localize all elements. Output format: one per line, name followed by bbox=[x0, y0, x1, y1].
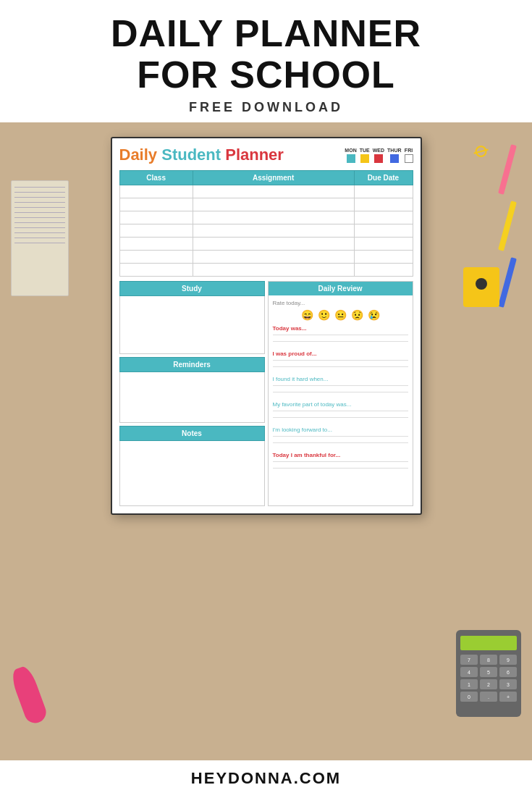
col-header-due: Due Date bbox=[354, 171, 413, 185]
emoji-neutral: 😐 bbox=[334, 309, 347, 321]
calculator-decoration: 7 8 9 4 5 6 1 2 3 0 . + bbox=[456, 630, 521, 717]
scissors-decoration bbox=[18, 666, 40, 724]
table-row bbox=[119, 224, 413, 238]
notes-section: Notes bbox=[119, 426, 265, 506]
day-label-tue: TUE bbox=[360, 148, 370, 153]
notes-header: Notes bbox=[119, 426, 265, 441]
reminders-header: Reminders bbox=[119, 357, 265, 372]
day-tue: TUE bbox=[360, 148, 370, 163]
daily-review-body: Rate today... 😄 🙂 😐 😟 😢 Today was... bbox=[269, 295, 413, 505]
notebook-decoration bbox=[11, 180, 69, 296]
planner-document: Daily Student Planner MON TUE WED THUR bbox=[111, 137, 422, 515]
footer: HEYDONNA.COM bbox=[0, 760, 532, 798]
pencil-blue bbox=[498, 258, 517, 308]
day-mon: MON bbox=[345, 148, 356, 163]
day-thur: THUR bbox=[387, 148, 401, 163]
sharpener-decoration bbox=[463, 267, 499, 307]
paperclip-decoration: ⌀ bbox=[470, 135, 494, 164]
day-box-mon[interactable] bbox=[347, 154, 355, 163]
footer-text: HEYDONNA.COM bbox=[0, 769, 532, 788]
calc-btn-5: 5 bbox=[480, 667, 497, 677]
reminders-section: Reminders bbox=[119, 357, 265, 423]
calc-btn-2: 2 bbox=[480, 679, 497, 689]
table-row bbox=[119, 211, 413, 224]
study-header: Study bbox=[119, 281, 265, 296]
day-wed: WED bbox=[373, 148, 384, 163]
calc-screen bbox=[460, 636, 517, 650]
study-section: Study bbox=[119, 281, 265, 354]
day-box-fri[interactable] bbox=[405, 154, 413, 163]
pencils-decoration bbox=[504, 144, 510, 308]
calc-btn-7: 7 bbox=[460, 655, 478, 665]
sub-title: FREE DOWNLOAD bbox=[14, 100, 518, 115]
emoji-sad: 😟 bbox=[351, 309, 363, 321]
col-header-class: Class bbox=[119, 171, 193, 185]
col-header-assignment: Assignment bbox=[193, 171, 354, 185]
left-column: Study Reminders Notes bbox=[119, 281, 265, 506]
days-section: MON TUE WED THUR FRI bbox=[345, 148, 413, 163]
emoji-happy: 😄 bbox=[301, 309, 313, 321]
prompt-today-was: Today was... bbox=[273, 325, 408, 342]
daily-review-header: Daily Review bbox=[269, 282, 413, 295]
desk-area: ⌀ 7 8 9 4 5 6 1 2 3 0 . + Daily Student … bbox=[0, 122, 532, 760]
assignment-table: Class Assignment Due Date bbox=[119, 170, 413, 277]
day-label-fri: FRI bbox=[405, 148, 413, 153]
day-fri: FRI bbox=[405, 148, 413, 163]
table-row bbox=[119, 264, 413, 277]
table-row bbox=[119, 238, 413, 251]
table-row bbox=[119, 251, 413, 264]
bottom-section: Study Reminders Notes Daily Review bbox=[119, 281, 413, 506]
day-box-wed[interactable] bbox=[374, 154, 383, 163]
prompt-thankful: Today I am thankful for... bbox=[273, 452, 408, 469]
daily-review-section: Daily Review Rate today... 😄 🙂 😐 😟 😢 Tod… bbox=[268, 281, 413, 506]
main-title: DAILY PLANNER FOR SCHOOL bbox=[14, 13, 518, 96]
calc-btn-8: 8 bbox=[480, 655, 497, 665]
emoji-cry: 😢 bbox=[368, 309, 380, 321]
rate-label: Rate today... bbox=[273, 300, 408, 306]
pencil-yellow bbox=[498, 201, 517, 252]
calc-btn-9: 9 bbox=[499, 655, 517, 665]
calc-btn-3: 3 bbox=[499, 679, 517, 689]
table-row bbox=[119, 198, 413, 211]
calc-btn-dot: . bbox=[480, 692, 497, 702]
reminders-body[interactable] bbox=[119, 372, 265, 423]
calc-btn-4: 4 bbox=[460, 667, 478, 677]
day-box-thur[interactable] bbox=[390, 154, 399, 163]
emoji-row: 😄 🙂 😐 😟 😢 bbox=[273, 309, 408, 321]
calc-buttons: 7 8 9 4 5 6 1 2 3 0 . + bbox=[456, 655, 521, 702]
pencil-pink bbox=[498, 145, 517, 196]
emoji-smile: 🙂 bbox=[318, 309, 330, 321]
planner-header: Daily Student Planner MON TUE WED THUR bbox=[119, 146, 413, 164]
prompt-forward: I'm looking forward to... bbox=[273, 427, 408, 443]
daily-review-container: Daily Review Rate today... 😄 🙂 😐 😟 😢 Tod… bbox=[268, 281, 413, 506]
notes-body[interactable] bbox=[119, 441, 265, 506]
calc-btn-1: 1 bbox=[460, 679, 478, 689]
calc-btn-plus: + bbox=[499, 692, 517, 702]
day-label-thur: THUR bbox=[387, 148, 401, 153]
planner-title: Daily Student Planner bbox=[119, 146, 284, 164]
day-label-mon: MON bbox=[345, 148, 356, 153]
header-area: DAILY PLANNER FOR SCHOOL FREE DOWNLOAD bbox=[0, 0, 532, 122]
calc-btn-0: 0 bbox=[460, 692, 478, 702]
study-body[interactable] bbox=[119, 296, 265, 354]
day-box-tue[interactable] bbox=[360, 154, 369, 163]
prompt-hard: I found it hard when... bbox=[273, 376, 408, 392]
prompt-proud: I was proud of... bbox=[273, 350, 408, 367]
prompt-favorite: My favorite part of today was... bbox=[273, 401, 408, 418]
day-label-wed: WED bbox=[373, 148, 384, 153]
calc-btn-6: 6 bbox=[499, 667, 517, 677]
table-row bbox=[119, 185, 413, 198]
